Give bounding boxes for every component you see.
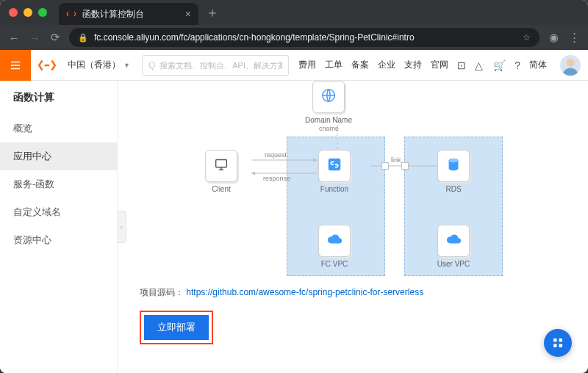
- lock-icon: 🔒: [78, 33, 88, 43]
- sidebar-title: 函数计算: [0, 81, 117, 115]
- header-link[interactable]: 官网: [431, 59, 448, 71]
- source-link[interactable]: https://github.com/awesome-fc/spring-pet…: [186, 287, 423, 297]
- address-bar[interactable]: 🔒 fc.console.aliyun.com/fc/applications/…: [69, 28, 539, 47]
- node-fc-vpc: FC VPC: [309, 225, 360, 268]
- header-link[interactable]: 备案: [351, 59, 369, 71]
- profile-icon[interactable]: ◉: [547, 31, 560, 44]
- node-user-vpc: User VPC: [428, 225, 479, 268]
- svg-rect-3: [216, 160, 227, 167]
- header-link[interactable]: 支持: [404, 59, 422, 71]
- search-input[interactable]: [159, 61, 282, 70]
- edge-label-link: link: [391, 156, 401, 164]
- aliyun-logo-icon[interactable]: [37, 55, 57, 76]
- back-icon[interactable]: ←: [7, 32, 21, 44]
- browser-tab[interactable]: 函数计算控制台 ×: [59, 3, 198, 25]
- cart-icon[interactable]: 🛒: [493, 59, 506, 71]
- database-icon: [445, 156, 462, 175]
- hamburger-menu-button[interactable]: [0, 50, 31, 81]
- globe-icon: [320, 87, 337, 106]
- star-icon[interactable]: ☆: [523, 32, 531, 43]
- deploy-button[interactable]: 立即部署: [144, 315, 209, 340]
- close-tab-icon[interactable]: ×: [185, 8, 191, 20]
- cloud-icon: [445, 231, 462, 250]
- console-header: 中国（香港） ▼ Q 费用 工单 备案 企业 支持 官网 ⊡ △. 🛒 ? 简体: [0, 50, 588, 81]
- architecture-diagram: cname request response link Domain Name …: [140, 85, 570, 276]
- browser-toolbar: ← → ⟳ 🔒 fc.console.aliyun.com/fc/applica…: [0, 25, 588, 50]
- sidebar: 函数计算 概览 应用中心 服务-函数 自定义域名 资源中心: [0, 81, 118, 373]
- sidebar-item-app-center[interactable]: 应用中心: [0, 142, 117, 170]
- language-switch[interactable]: 简体: [529, 59, 547, 71]
- node-label: Client: [196, 185, 247, 193]
- node-domain-name: Domain Name: [303, 81, 354, 124]
- svg-rect-7: [553, 338, 557, 342]
- region-label: 中国（香港）: [68, 59, 121, 71]
- notification-icon[interactable]: △.: [475, 59, 484, 71]
- svg-point-0: [567, 59, 575, 67]
- edge-label-response: response: [263, 175, 290, 182]
- header-link[interactable]: 费用: [298, 59, 316, 71]
- monitor-icon: [213, 156, 229, 175]
- svg-rect-4: [329, 159, 341, 171]
- node-label: FC VPC: [309, 260, 360, 268]
- sidebar-item-resource-center[interactable]: 资源中心: [0, 226, 117, 254]
- header-links: 费用 工单 备案 企业 支持 官网 ⊡ △. 🛒 ? 简体: [298, 59, 553, 71]
- window-titlebar: 函数计算控制台 × ＋: [0, 0, 588, 25]
- user-avatar[interactable]: [560, 55, 581, 76]
- link-icon: [326, 156, 343, 175]
- tab-favicon-icon: [66, 9, 76, 19]
- sidebar-item-service-function[interactable]: 服务-函数: [0, 170, 117, 198]
- header-link[interactable]: 企业: [378, 59, 395, 71]
- source-label: 项目源码：: [140, 287, 184, 297]
- cloud-icon: [326, 231, 343, 250]
- menu-icon[interactable]: ⋮: [567, 31, 581, 44]
- url-text: fc.console.aliyun.com/fc/applications/cn…: [94, 32, 415, 43]
- search-icon: Q: [148, 60, 155, 70]
- svg-point-6: [449, 159, 459, 163]
- help-icon[interactable]: ?: [514, 59, 520, 71]
- svg-rect-9: [553, 344, 557, 348]
- svg-rect-10: [559, 344, 563, 348]
- node-function: Function: [309, 150, 360, 193]
- edge-label-cname: cname: [319, 125, 339, 132]
- forward-icon[interactable]: →: [28, 32, 41, 44]
- console-icon[interactable]: ⊡: [457, 59, 466, 71]
- node-label: User VPC: [428, 260, 479, 268]
- edge-label-request: request: [265, 151, 287, 159]
- reload-icon[interactable]: ⟳: [49, 31, 62, 44]
- node-label: Function: [309, 185, 360, 193]
- diagram-port: [401, 162, 409, 170]
- source-row: 项目源码： https://github.com/awesome-fc/spri…: [140, 286, 570, 299]
- svg-rect-8: [559, 338, 563, 342]
- deploy-highlight: 立即部署: [140, 311, 213, 344]
- console-search[interactable]: Q: [142, 55, 289, 76]
- header-link[interactable]: 工单: [325, 59, 343, 71]
- node-label: Domain Name: [303, 116, 354, 124]
- maximize-window-icon[interactable]: [38, 8, 47, 17]
- sidebar-item-overview[interactable]: 概览: [0, 115, 117, 142]
- region-selector[interactable]: 中国（香港） ▼: [63, 59, 135, 71]
- node-label: RDS: [428, 185, 479, 193]
- tab-title: 函数计算控制台: [82, 8, 144, 21]
- app-grid-fab[interactable]: [544, 329, 572, 357]
- diagram-port: [381, 162, 389, 170]
- new-tab-button[interactable]: ＋: [206, 4, 219, 21]
- traffic-lights: [9, 8, 47, 17]
- close-window-icon[interactable]: [9, 8, 18, 17]
- sidebar-item-custom-domain[interactable]: 自定义域名: [0, 198, 117, 226]
- minimize-window-icon[interactable]: [24, 8, 32, 17]
- node-client: Client: [196, 150, 247, 193]
- main-content: cname request response link Domain Name …: [118, 81, 588, 373]
- node-rds: RDS: [428, 150, 479, 193]
- chevron-down-icon: ▼: [123, 62, 130, 69]
